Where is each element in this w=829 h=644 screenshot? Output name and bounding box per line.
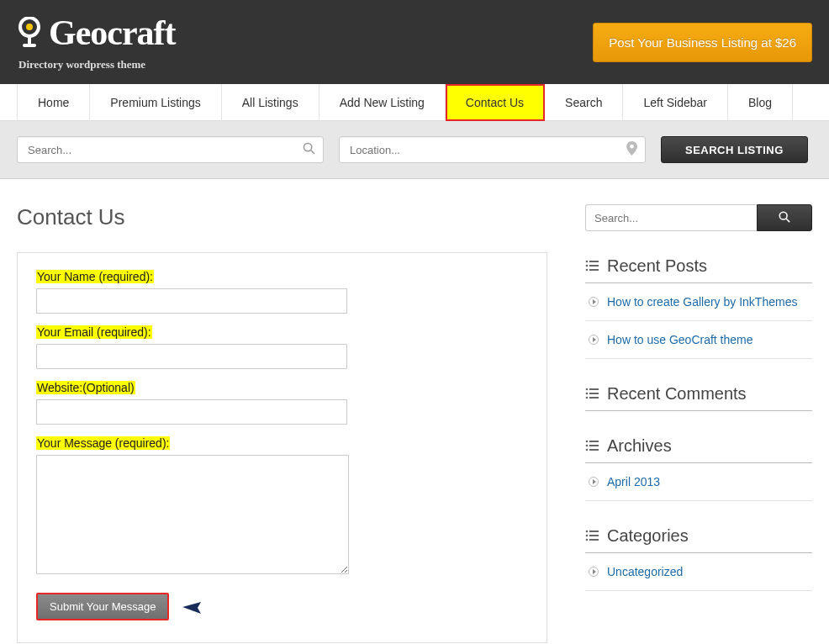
svg-rect-3 [23,44,36,47]
svg-point-4 [304,143,311,150]
svg-rect-2 [28,35,31,44]
list-icon [585,256,599,276]
widget-title-text: Recent Posts [607,256,707,276]
page-title: Contact Us [17,204,547,230]
page-container: Contact Us Your Name (required): Your Em… [0,179,829,644]
svg-point-1 [26,24,33,30]
recent-post-link[interactable]: How to use GeoCraft theme [607,333,753,346]
nav-contact-us[interactable]: Contact Us [446,84,545,121]
sidebar-search-button[interactable] [757,204,812,231]
svg-rect-20 [589,397,599,399]
logo[interactable]: Geocraft Directory wordpress theme [17,13,176,71]
svg-line-8 [786,219,789,222]
svg-rect-10 [589,261,599,262]
email-label: Your Email (required): [36,325,152,339]
brand-name: Geocraft [49,13,176,53]
contact-form: Your Name (required): Your Email (requir… [17,252,547,643]
svg-point-15 [586,388,589,391]
search-icon [303,142,315,157]
svg-point-23 [586,445,589,447]
svg-point-29 [586,535,589,537]
list-icon [585,384,599,404]
location-search-input[interactable] [339,136,646,163]
nav-add-new-listing[interactable]: Add New Listing [319,84,446,121]
svg-point-31 [586,539,589,541]
svg-rect-26 [589,449,599,451]
svg-rect-24 [589,445,599,446]
nav-all-listings[interactable]: All Listings [222,84,319,121]
name-label: Your Name (required): [36,270,154,283]
widget-recent-comments: Recent Comments [585,384,812,411]
header: Geocraft Directory wordpress theme Post … [0,0,829,84]
recent-post-link[interactable]: How to create Gallery by InkThemes [607,295,797,309]
submit-message-button[interactable]: Submit Your Message [36,593,169,620]
bullet-icon [589,297,599,307]
email-field[interactable] [36,344,347,369]
keyword-search-input[interactable] [17,136,324,163]
widget-categories: Categories Uncategorized [585,526,812,591]
svg-line-5 [311,150,314,154]
bullet-icon [589,567,599,577]
svg-rect-22 [589,441,599,442]
svg-rect-32 [589,539,599,541]
list-item: Uncategorized [585,553,812,591]
sidebar-search-input[interactable] [585,204,757,231]
category-link[interactable]: Uncategorized [607,565,683,578]
svg-rect-18 [589,393,599,394]
website-field[interactable] [36,399,347,425]
widget-recent-posts: Recent Posts How to create Gallery by In… [585,256,812,359]
widget-title-text: Recent Comments [607,384,747,404]
message-label: Your Message (required): [36,436,170,450]
svg-point-27 [586,531,589,533]
list-icon [585,436,599,456]
annotation-arrow-icon [181,595,231,618]
sidebar: Recent Posts How to create Gallery by In… [585,204,812,643]
archive-link[interactable]: April 2013 [607,475,660,488]
svg-point-19 [586,397,589,399]
bullet-icon [589,335,599,345]
svg-rect-14 [589,269,599,271]
bullet-icon [589,477,599,487]
website-label: Website:(Optional) [36,381,135,394]
sidebar-search [585,204,812,231]
svg-point-17 [586,393,589,395]
nav-left-sidebar[interactable]: Left Sidebar [623,84,728,121]
svg-rect-12 [589,265,599,267]
svg-point-7 [779,212,787,219]
search-listing-button[interactable]: SEARCH LISTING [661,136,808,163]
tagline: Directory wordpress theme [18,58,176,71]
list-item: April 2013 [585,463,812,501]
widget-title-text: Archives [607,436,672,456]
location-field-wrap [339,136,646,163]
svg-point-21 [586,441,589,443]
svg-point-25 [586,449,589,451]
svg-rect-16 [589,388,599,390]
list-item: How to use GeoCraft theme [585,321,812,359]
main-nav: Home Premium Listings All Listings Add N… [0,84,829,121]
svg-point-11 [586,265,589,267]
nav-home[interactable]: Home [17,84,90,121]
svg-point-13 [586,269,589,272]
svg-point-6 [630,145,634,149]
widget-archives: Archives April 2013 [585,436,812,501]
widget-title-text: Categories [607,526,689,546]
search-field-wrap [17,136,324,163]
list-item: How to create Gallery by InkThemes [585,283,812,321]
message-field[interactable] [36,455,349,574]
name-field[interactable] [36,288,347,314]
location-pin-icon [626,141,637,158]
search-icon [779,211,790,225]
nav-blog[interactable]: Blog [728,84,793,121]
main-column: Contact Us Your Name (required): Your Em… [17,204,547,643]
nav-search[interactable]: Search [545,84,623,121]
svg-rect-28 [589,531,599,532]
svg-rect-30 [589,535,599,536]
searchbar: SEARCH LISTING [0,121,829,179]
post-listing-cta-button[interactable]: Post Your Business Listing at $26 [593,23,812,62]
nav-premium-listings[interactable]: Premium Listings [90,84,221,121]
logo-pin-icon [17,17,42,49]
list-icon [585,526,599,546]
svg-point-9 [586,261,589,263]
